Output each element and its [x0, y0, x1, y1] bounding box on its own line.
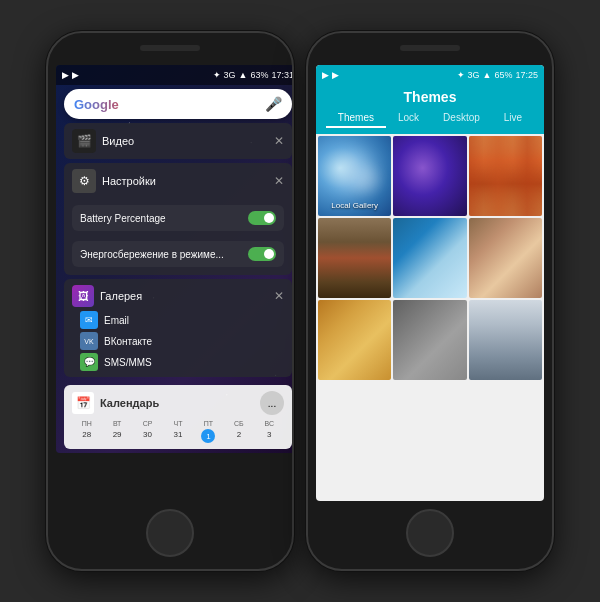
phone2-signal-icon: ▲: [483, 70, 492, 80]
settings-icon: ⚙: [72, 169, 96, 193]
energy-saving-label: Энергосбережение в режиме...: [80, 249, 224, 260]
phone2-status-bar: ▶ ▶ ✦ 3G ▲ 65% 17:25: [316, 65, 544, 85]
themes-header: Themes Themes Lock Desktop Live: [316, 85, 544, 134]
phone-2: ▶ ▶ ✦ 3G ▲ 65% 17:25 Themes Themes Lock …: [306, 31, 554, 571]
phone2-screen: ▶ ▶ ✦ 3G ▲ 65% 17:25 Themes Themes Lock …: [316, 65, 544, 501]
vk-icon: VK: [80, 332, 98, 350]
bluetooth-icon: ✦: [213, 70, 221, 80]
sms-label: SMS/MMS: [104, 357, 152, 368]
cal-header-mon: ПН: [72, 419, 101, 428]
calendar-icon: 📅: [72, 392, 94, 414]
video-notif-title: Видео: [102, 135, 268, 147]
local-gallery-label: Local Gallery: [331, 201, 378, 210]
calendar-title: Календарь: [100, 397, 254, 409]
phone2-media-icon: ▶: [322, 70, 329, 80]
phone-1: ▶ ▶ ✦ 3G ▲ 63% 17:31 Google 🎤: [46, 31, 294, 571]
cal-day-31: 31: [163, 429, 192, 443]
email-label: Email: [104, 315, 129, 326]
theme-cell-saxophone[interactable]: [318, 300, 391, 380]
phone1-status-bar: ▶ ▶ ✦ 3G ▲ 63% 17:31: [56, 65, 294, 85]
gallery-title: Галерея: [100, 290, 142, 302]
phone2-bluetooth-icon: ✦: [457, 70, 465, 80]
mic-icon[interactable]: 🎤: [265, 96, 282, 112]
battery-percentage-toggle-row: Battery Percentage: [72, 205, 284, 231]
calendar-action-button[interactable]: ...: [260, 391, 284, 415]
vk-sub-item[interactable]: VK ВКонтакте: [80, 332, 284, 350]
theme-cell-antenna[interactable]: [469, 300, 542, 380]
notification-icon: ▶: [72, 70, 79, 80]
cal-day-2: 2: [224, 429, 253, 443]
battery-percentage-label: Battery Percentage: [80, 213, 166, 224]
gallery-icon: 🖼: [72, 285, 94, 307]
calendar-widget[interactable]: 📅 Календарь ... ПН ВТ СР ЧТ ПТ СБ ВС 28: [64, 385, 292, 449]
notification-list: 🎬 Видео ✕ ⚙ Настройки ✕ Battery Percenta…: [64, 123, 292, 275]
phone2-battery: 65%: [494, 70, 512, 80]
theme-cell-metal[interactable]: [393, 300, 466, 380]
status-bar-right: ✦ 3G ▲ 63% 17:31: [213, 70, 294, 80]
cal-header-wed: СР: [133, 419, 162, 428]
network-icon: 3G: [224, 70, 236, 80]
video-notification[interactable]: 🎬 Видео ✕: [64, 123, 292, 159]
time-display: 17:31: [271, 70, 294, 80]
gallery-close-button[interactable]: ✕: [274, 289, 284, 303]
cal-header-tue: ВТ: [102, 419, 131, 428]
theme-cell-space[interactable]: [393, 136, 466, 216]
google-search-bar[interactable]: Google 🎤: [64, 89, 292, 119]
phone1-screen: ▶ ▶ ✦ 3G ▲ 63% 17:31 Google 🎤: [56, 65, 294, 453]
gallery-notification[interactable]: 🖼 Галерея ✕ ✉ Email VK ВКонтакте: [64, 279, 292, 377]
sms-sub-item[interactable]: 💬 SMS/MMS: [80, 353, 284, 371]
sms-icon: 💬: [80, 353, 98, 371]
cal-header-sat: СБ: [224, 419, 253, 428]
phone2-status-right: ✦ 3G ▲ 65% 17:25: [457, 70, 538, 80]
signal-icon: ▲: [239, 70, 248, 80]
tab-themes[interactable]: Themes: [326, 109, 386, 128]
settings-notif-title: Настройки: [102, 175, 268, 187]
themes-grid: Local Gallery: [316, 134, 544, 382]
battery-percentage-toggle[interactable]: [248, 211, 276, 225]
energy-saving-toggle[interactable]: [248, 247, 276, 261]
email-sub-item[interactable]: ✉ Email: [80, 311, 284, 329]
cal-day-3: 3: [255, 429, 284, 443]
vk-label: ВКонтакте: [104, 336, 152, 347]
cal-header-fri: ПТ: [194, 419, 223, 428]
tab-lock[interactable]: Lock: [386, 109, 431, 128]
google-logo: Google: [74, 97, 265, 112]
email-icon: ✉: [80, 311, 98, 329]
theme-cell-wave[interactable]: [393, 218, 466, 298]
theme-cell-local-gallery[interactable]: Local Gallery: [318, 136, 391, 216]
settings-close-button[interactable]: ✕: [274, 174, 284, 188]
phone2-notif-icon: ▶: [332, 70, 339, 80]
video-icon: 🎬: [72, 129, 96, 153]
phone2-status-left: ▶ ▶: [322, 70, 339, 80]
themes-tabs: Themes Lock Desktop Live: [316, 109, 544, 128]
tab-live[interactable]: Live: [492, 109, 534, 128]
settings-notification[interactable]: ⚙ Настройки ✕ Battery Percentage Энергос…: [64, 163, 292, 275]
battery-percent: 63%: [250, 70, 268, 80]
themes-title: Themes: [316, 89, 544, 105]
gallery-header: 🖼 Галерея ✕: [72, 285, 284, 307]
phone2-network-icon: 3G: [468, 70, 480, 80]
phone1-content: ▶ ▶ ✦ 3G ▲ 63% 17:31 Google 🎤: [56, 65, 294, 453]
calendar-grid: ПН ВТ СР ЧТ ПТ СБ ВС 28 29 30 31 1 2 3: [72, 419, 284, 443]
theme-cell-canyon[interactable]: [469, 136, 542, 216]
media-icon: ▶: [62, 70, 69, 80]
phone2-time: 17:25: [515, 70, 538, 80]
gallery-sub-items: ✉ Email VK ВКонтакте 💬 SMS/MMS: [72, 311, 284, 371]
cal-header-sun: ВС: [255, 419, 284, 428]
calendar-header: 📅 Календарь ...: [72, 391, 284, 415]
theme-cell-autumn[interactable]: [318, 218, 391, 298]
video-close-button[interactable]: ✕: [274, 134, 284, 148]
cal-header-thu: ЧТ: [163, 419, 192, 428]
cal-day-28: 28: [72, 429, 101, 443]
phones-container: ▶ ▶ ✦ 3G ▲ 63% 17:31 Google 🎤: [46, 31, 554, 571]
theme-cell-stairs[interactable]: [469, 218, 542, 298]
status-bar-left: ▶ ▶: [62, 70, 79, 80]
cal-day-1-today: 1: [201, 429, 215, 443]
tab-desktop[interactable]: Desktop: [431, 109, 492, 128]
cal-day-30: 30: [133, 429, 162, 443]
cal-day-29: 29: [102, 429, 131, 443]
energy-saving-toggle-row: Энергосбережение в режиме...: [72, 241, 284, 267]
